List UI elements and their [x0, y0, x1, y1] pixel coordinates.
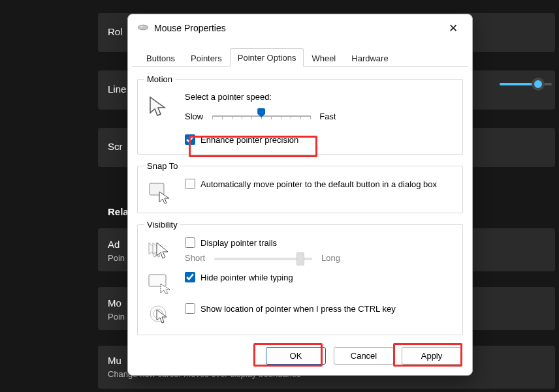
- ok-button[interactable]: OK: [266, 347, 326, 365]
- svg-point-0: [138, 25, 148, 30]
- snapto-label[interactable]: Automatically move pointer to the defaul…: [200, 179, 437, 189]
- close-button[interactable]: ✕: [443, 20, 463, 36]
- snapto-icon: [144, 179, 174, 204]
- group-snapto: Snap To Automatically move pointer to th…: [137, 161, 463, 213]
- group-visibility-legend: Visibility: [144, 220, 180, 230]
- tabs: Buttons Pointers Pointer Options Wheel H…: [132, 48, 468, 67]
- tab-hardware[interactable]: Hardware: [343, 49, 396, 67]
- ctrl-locate-icon: [144, 301, 174, 325]
- bg-item: Mu: [108, 355, 121, 366]
- pointer-trails-label[interactable]: Display pointer trails: [200, 238, 277, 248]
- short-label: Short: [185, 253, 205, 263]
- enhance-precision-checkbox[interactable]: [185, 134, 195, 145]
- group-visibility: Visibility Display pointer trails Short: [137, 220, 463, 335]
- snapto-checkbox[interactable]: [185, 179, 195, 189]
- dialog-title: Mouse Properties: [154, 23, 226, 33]
- bg-item-sub: Poin: [108, 312, 125, 322]
- slow-label: Slow: [185, 112, 203, 121]
- trails-length-slider: [214, 255, 312, 262]
- enhance-precision-label[interactable]: Enhance pointer precision: [200, 135, 298, 145]
- bg-item: Scr: [108, 141, 123, 152]
- tab-wheel[interactable]: Wheel: [304, 49, 343, 67]
- bg-slider-fill: [500, 83, 535, 85]
- tab-pointer-options[interactable]: Pointer Options: [230, 48, 304, 67]
- bg-slider-thumb[interactable]: [532, 78, 545, 91]
- hide-while-typing-label[interactable]: Hide pointer while typing: [200, 273, 293, 282]
- dialog-footer: OK Cancel Apply: [128, 338, 472, 375]
- pointer-trails-checkbox[interactable]: [185, 237, 195, 248]
- svg-rect-3: [149, 275, 166, 286]
- long-label: Long: [321, 253, 340, 263]
- tab-buttons[interactable]: Buttons: [138, 49, 183, 67]
- bg-item: Ad: [108, 239, 120, 250]
- bg-item: Line: [108, 83, 126, 95]
- pointer-trails-icon: [144, 237, 174, 262]
- apply-button[interactable]: Apply: [402, 347, 462, 365]
- pointer-speed-icon: [144, 92, 174, 117]
- pointer-speed-slider[interactable]: [212, 110, 310, 123]
- pointer-speed-label: Select a pointer speed:: [185, 92, 456, 102]
- cancel-button[interactable]: Cancel: [334, 347, 394, 365]
- bg-item: Mo: [108, 297, 121, 309]
- bg-item-sub: Poin: [108, 253, 125, 263]
- group-snapto-legend: Snap To: [144, 161, 180, 171]
- group-motion-legend: Motion: [144, 74, 175, 84]
- hide-while-typing-checkbox[interactable]: [185, 272, 195, 282]
- svg-point-1: [140, 25, 143, 27]
- fast-label: Fast: [319, 112, 336, 121]
- group-motion: Motion Select a pointer speed: Slow Fas: [137, 74, 463, 155]
- titlebar: Mouse Properties ✕: [128, 14, 472, 40]
- ctrl-locate-label[interactable]: Show location of pointer when I press th…: [200, 304, 396, 314]
- dialog-content: Motion Select a pointer speed: Slow Fas: [128, 67, 472, 338]
- hide-typing-icon: [144, 269, 174, 294]
- ctrl-locate-checkbox[interactable]: [185, 303, 195, 314]
- bg-item: Rol: [108, 26, 123, 37]
- mouse-properties-dialog: Mouse Properties ✕ Buttons Pointers Poin…: [127, 14, 473, 376]
- mouse-icon: [137, 23, 149, 33]
- tab-pointers[interactable]: Pointers: [183, 49, 230, 67]
